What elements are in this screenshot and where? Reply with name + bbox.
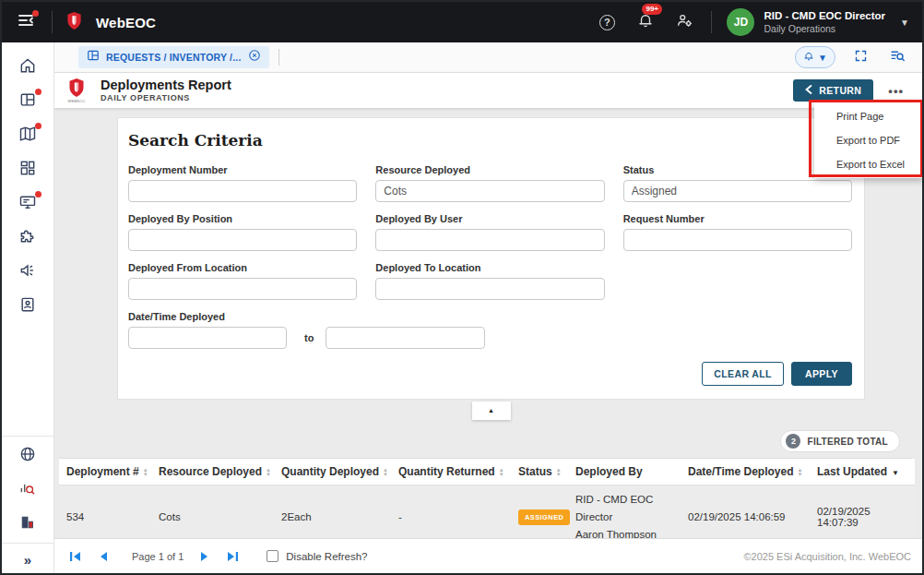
col-deployed-by[interactable]: Deployed By: [568, 459, 681, 485]
tab-divider: [278, 49, 279, 66]
sort-icon: ▲▼: [797, 468, 802, 477]
menu-item-export-excel[interactable]: Export to Excel: [814, 152, 924, 176]
apply-button[interactable]: APPLY: [791, 362, 852, 386]
previous-page-button[interactable]: [93, 546, 113, 567]
col-quantity-returned[interactable]: Quantity Returned▲▼: [391, 459, 511, 485]
sidebar-item-globe[interactable]: [10, 438, 45, 473]
menu-notification-dot: [32, 10, 39, 17]
menu-toggle-button[interactable]: [15, 10, 39, 34]
resource-deployed-input[interactable]: [375, 180, 604, 202]
sidebar-item-contacts[interactable]: [10, 289, 45, 323]
page-header: WEBEOC Deployments Report DAILY OPERATIO…: [54, 73, 922, 108]
close-icon[interactable]: [248, 49, 261, 66]
help-icon: ?: [599, 15, 615, 30]
menu-item-export-pdf[interactable]: Export to PDF: [814, 128, 924, 152]
field-request-number: Request Number: [623, 213, 852, 251]
board-search-button[interactable]: [885, 45, 909, 69]
bell-icon: [637, 12, 654, 32]
field-label: Deployed To Location: [375, 262, 604, 273]
deployed-from-location-input[interactable]: [128, 278, 357, 300]
boards-icon: [18, 90, 37, 113]
user-role: RID - CMD EOC Director: [764, 9, 885, 22]
clear-all-button[interactable]: CLEAR ALL: [702, 362, 784, 386]
deployed-by-user-input[interactable]: [375, 229, 604, 251]
sidebar-item-boards[interactable]: [10, 84, 45, 118]
megaphone-icon: [18, 261, 37, 283]
topbar-divider-2: [711, 11, 712, 33]
maps-notification-dot: [35, 123, 41, 129]
notifications-button[interactable]: 99+: [634, 10, 657, 34]
sort-desc-icon: ▼: [892, 469, 899, 477]
col-status[interactable]: Status▲▼: [511, 459, 568, 485]
col-deployment-number[interactable]: Deployment #▲▼: [59, 459, 151, 485]
sort-icon: ▲▼: [266, 468, 271, 477]
last-page-button[interactable]: [222, 546, 243, 567]
return-button[interactable]: RETURN: [793, 79, 873, 102]
page-subtitle: DAILY OPERATIONS: [101, 93, 231, 103]
disable-refresh-checkbox[interactable]: [267, 550, 278, 562]
board-logo: WEBEOC: [67, 78, 86, 103]
fullscreen-button[interactable]: [848, 45, 872, 69]
filtered-count-badge: 2: [786, 434, 800, 449]
tab-requests-inventory[interactable]: REQUESTS / INVENTORY /...: [78, 46, 269, 68]
field-label: Request Number: [623, 213, 852, 224]
sidebar-divider: [2, 436, 53, 437]
cell-quantity-returned: -: [391, 485, 511, 539]
sidebar-item-plugins[interactable]: [10, 221, 45, 255]
menu-item-print-page[interactable]: Print Page: [814, 104, 924, 128]
user-menu[interactable]: JD RID - CMD EOC Director Daily Operatio…: [727, 8, 909, 36]
deployment-number-input[interactable]: [128, 180, 357, 202]
collapse-search-button[interactable]: ▲: [472, 401, 511, 420]
sidebar-item-home[interactable]: [10, 50, 45, 84]
notification-count-badge: 99+: [642, 4, 662, 15]
col-quantity-deployed[interactable]: Quantity Deployed▲▼: [274, 459, 391, 485]
sidebar-item-report-search[interactable]: [10, 473, 45, 507]
sidebar-item-broadcast[interactable]: [10, 255, 45, 289]
field-resource-deployed: Resource Deployed: [375, 164, 604, 202]
tab-strip: REQUESTS / INVENTORY /... ▼: [54, 42, 922, 73]
col-last-updated[interactable]: Last Updated▼: [810, 459, 915, 485]
report-search-icon: [18, 479, 37, 501]
home-icon: [18, 56, 37, 78]
user-admin-button[interactable]: [672, 10, 696, 34]
globe-icon: [18, 445, 37, 467]
chevron-down-icon: ▼: [818, 53, 827, 63]
col-datetime-deployed[interactable]: Date/Time Deployed▲▼: [681, 459, 810, 485]
sidebar-item-organization[interactable]: [10, 507, 45, 541]
alerts-dropdown-button[interactable]: ▼: [795, 46, 835, 68]
cell-last-updated: 02/19/2025 14:07:39: [810, 485, 915, 539]
deployed-by-position-input[interactable]: [128, 229, 357, 251]
date-from-input[interactable]: [128, 327, 287, 349]
avatar: JD: [727, 8, 754, 36]
sort-icon: ▲▼: [556, 468, 562, 477]
content-area: Search Criteria Deployment Number Resour…: [54, 108, 922, 538]
next-page-button[interactable]: [195, 546, 215, 567]
filtered-total-pill[interactable]: 2 FILTERED TOTAL: [780, 430, 900, 452]
date-to-input[interactable]: [326, 327, 485, 349]
request-number-input[interactable]: [623, 229, 852, 251]
cell-deployment-number: 534: [59, 485, 151, 539]
main-area: REQUESTS / INVENTORY /... ▼: [54, 42, 922, 573]
table-row[interactable]: 534 Cots 2Each - ASSIGNED RID - CMD EOC …: [59, 485, 915, 539]
messages-notification-dot: [35, 191, 41, 198]
sidebar-item-messages[interactable]: [10, 186, 45, 221]
status-badge: ASSIGNED: [518, 509, 570, 525]
buildings-icon: [18, 513, 37, 535]
sidebar: »: [2, 42, 54, 573]
contact-card-icon: [18, 295, 37, 317]
deployed-to-location-input[interactable]: [375, 278, 604, 300]
page-title: Deployments Report: [101, 78, 231, 93]
search-criteria-panel: Search Criteria Deployment Number Resour…: [117, 117, 865, 400]
page-indicator: Page 1 of 1: [132, 551, 184, 562]
first-page-button[interactable]: [65, 546, 86, 567]
chevron-left-icon: [805, 85, 812, 96]
apps-icon: [18, 159, 37, 181]
help-button[interactable]: ?: [595, 10, 619, 34]
col-resource-deployed[interactable]: Resource Deployed▲▼: [151, 459, 274, 485]
sidebar-item-apps[interactable]: [10, 152, 45, 186]
status-input[interactable]: [623, 180, 852, 202]
sidebar-expand-button[interactable]: »: [10, 545, 45, 573]
sidebar-item-maps[interactable]: [10, 118, 45, 152]
more-options-button[interactable]: •••: [888, 84, 904, 98]
sidebar-divider-2: [2, 543, 53, 544]
